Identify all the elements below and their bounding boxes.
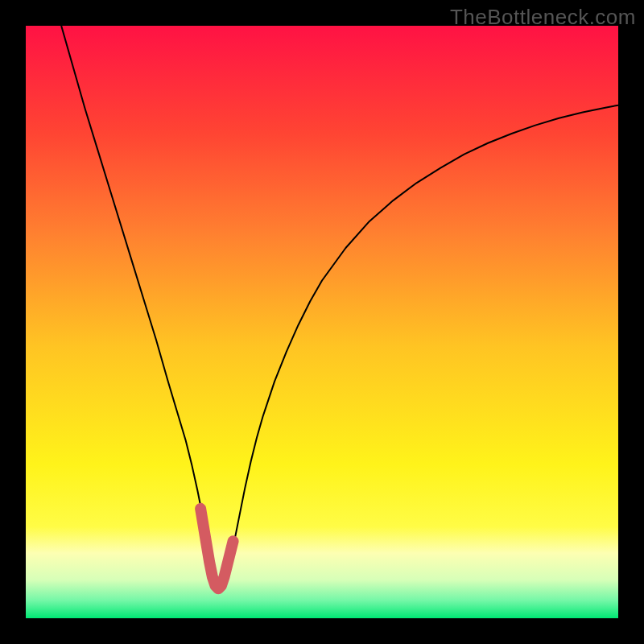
chart-svg xyxy=(26,26,618,618)
chart-background xyxy=(26,26,618,618)
chart-frame: TheBottleneck.com xyxy=(0,0,644,644)
chart-plot-area xyxy=(26,26,618,618)
